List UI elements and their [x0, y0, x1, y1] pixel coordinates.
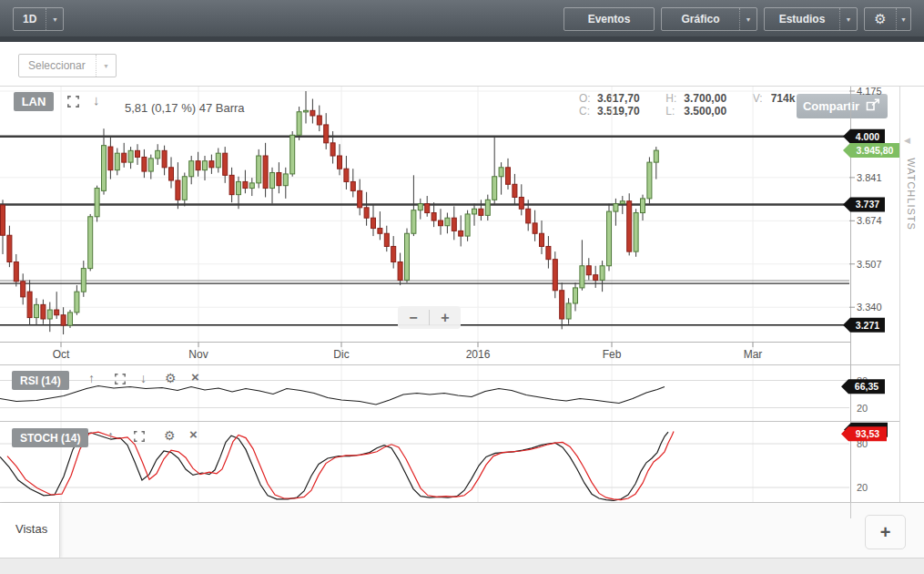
settings-dropdown-arrow[interactable]: ▼ — [896, 8, 910, 30]
svg-text:3.340: 3.340 — [857, 302, 882, 313]
candlestick-series[interactable] — [1, 91, 659, 334]
rsi-line — [0, 386, 665, 405]
svg-text:Feb: Feb — [603, 348, 622, 361]
studies-dropdown-arrow[interactable]: ▼ — [839, 8, 857, 30]
svg-text:20: 20 — [857, 403, 868, 414]
zoom-in-button[interactable]: + — [430, 306, 461, 329]
events-button[interactable]: Eventos — [564, 7, 655, 31]
svg-text:3.674: 3.674 — [857, 215, 882, 226]
arrow-down-icon[interactable]: ↓ — [93, 94, 100, 107]
move-up-icon[interactable]: ↑ — [88, 372, 95, 384]
svg-text:66,35: 66,35 — [855, 381, 878, 392]
chart-type-button[interactable]: Gráfico ▼ — [661, 7, 757, 31]
timeframe-button[interactable]: 1D ▼ — [13, 7, 64, 31]
compare-select-button[interactable]: Seleccionar ▼ — [18, 54, 117, 77]
collapse-arrow-icon[interactable]: ◀ — [904, 136, 910, 145]
secondary-toolbar: Seleccionar ▼ 5,81 (0,17 %) 47 Barra O:3… — [0, 42, 924, 87]
svg-text:3.945,80: 3.945,80 — [857, 145, 894, 156]
studies-button[interactable]: Estudios ▼ — [764, 7, 858, 31]
zoom-controls: − + — [398, 306, 461, 329]
chevron-down-icon: ▼ — [103, 63, 109, 69]
expand-icon[interactable] — [115, 374, 126, 386]
svg-text:3.507: 3.507 — [857, 259, 882, 270]
svg-text:3.737: 3.737 — [856, 199, 879, 210]
select-dropdown-arrow[interactable]: ▼ — [96, 55, 116, 77]
top-toolbar: 1D ▼ Eventos Gráfico ▼ Estudios ▼ ⚙ ▼ — [0, 0, 924, 36]
chart-type-dropdown-arrow[interactable]: ▼ — [739, 8, 756, 30]
watchlists-label: WATCHLISTS — [906, 158, 917, 231]
plus-icon: + — [880, 522, 891, 543]
chevron-down-icon: ▼ — [900, 16, 907, 23]
svg-text:Nov: Nov — [188, 348, 208, 361]
svg-text:Mar: Mar — [744, 348, 763, 361]
settings-button[interactable]: ⚙ ▼ — [864, 7, 911, 31]
zoom-out-button[interactable]: − — [398, 306, 429, 329]
symbol-badge: LAN — [14, 92, 54, 111]
views-tab[interactable]: Vistas — [0, 503, 60, 558]
svg-text:3.271: 3.271 — [856, 320, 879, 331]
window-footer — [0, 558, 924, 574]
svg-text:4.175: 4.175 — [857, 87, 882, 97]
move-down-icon[interactable]: ↓ — [140, 372, 147, 384]
timeframe-dropdown-arrow[interactable]: ▼ — [46, 8, 63, 30]
timeframe-label[interactable]: 1D — [14, 8, 46, 30]
chevron-down-icon: ▼ — [746, 16, 752, 23]
svg-text:2016: 2016 — [466, 348, 491, 361]
gridlines — [0, 87, 849, 502]
views-bar: Vistas + — [0, 502, 924, 558]
gear-icon[interactable]: ⚙ — [165, 372, 177, 384]
gear-icon: ⚙ — [874, 11, 886, 27]
chart-application-window: 1D ▼ Eventos Gráfico ▼ Estudios ▼ ⚙ ▼ — [0, 0, 924, 574]
add-view-button[interactable]: + — [865, 515, 906, 549]
axis-divider-stub — [850, 503, 851, 518]
time-axis: OctNovDic2016FebMar — [53, 343, 763, 362]
svg-text:3.841: 3.841 — [857, 172, 882, 183]
expand-icon[interactable] — [67, 96, 79, 109]
stoch-k-line — [0, 432, 668, 500]
chevron-down-icon: ▼ — [52, 16, 58, 23]
move-up-icon[interactable]: ↑ — [107, 429, 114, 442]
svg-text:Dic: Dic — [333, 348, 349, 361]
rsi-study-badge: RSI (14) — [12, 371, 69, 390]
chevron-down-icon: ▼ — [846, 16, 852, 23]
svg-text:20: 20 — [857, 482, 868, 493]
close-icon[interactable]: × — [191, 371, 199, 384]
svg-text:4.000: 4.000 — [856, 131, 879, 142]
expand-icon[interactable] — [134, 431, 145, 444]
close-icon[interactable]: × — [189, 428, 198, 441]
gear-icon[interactable]: ⚙ — [164, 429, 176, 442]
level-lines[interactable] — [0, 137, 849, 325]
stoch-study-badge: STOCH (14) — [12, 428, 88, 447]
svg-text:Oct: Oct — [53, 348, 70, 361]
svg-text:93,53: 93,53 — [856, 428, 879, 439]
